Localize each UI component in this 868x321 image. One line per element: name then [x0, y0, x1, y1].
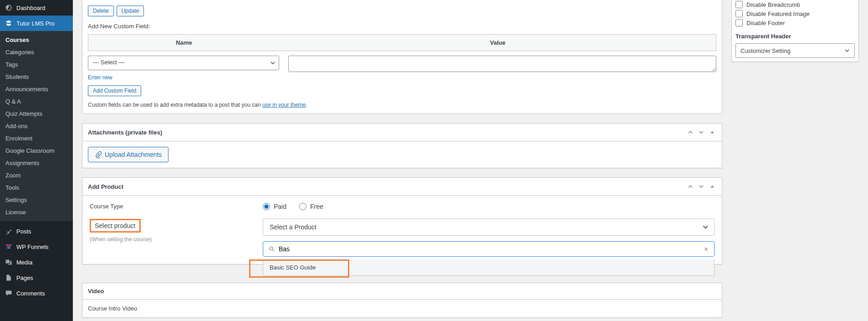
sidebar-sub-addons[interactable]: Add-ons: [0, 120, 73, 132]
attachments-title: Attachments (private files): [88, 129, 162, 136]
free-radio[interactable]: Free: [299, 203, 323, 210]
collapse-icon[interactable]: [708, 182, 716, 191]
disable-footer-checkbox[interactable]: Disable Footer: [735, 18, 855, 27]
sidebar-sub-settings[interactable]: Settings: [0, 194, 73, 206]
search-icon: [269, 246, 275, 252]
pages-icon: [5, 274, 13, 282]
sidebar-sub-quiz-attempts[interactable]: Quiz Attempts: [0, 108, 73, 120]
sidebar-label: Media: [16, 259, 32, 266]
paid-radio[interactable]: Paid: [263, 203, 286, 210]
sidebar-sub-tags[interactable]: Tags: [0, 58, 73, 71]
sidebar-sub-announcements[interactable]: Announcements: [0, 83, 73, 95]
svg-rect-2: [7, 248, 10, 249]
admin-sidebar: Dashboard Tutor LMS Pro Courses Categori…: [0, 0, 73, 321]
move-up-icon[interactable]: [686, 128, 694, 136]
dashboard-icon: [5, 4, 13, 12]
cf-value-header: Value: [280, 35, 716, 51]
sidebar-item-comments[interactable]: Comments: [0, 285, 73, 301]
sidebar-label: WP Funnels: [16, 243, 49, 250]
pin-icon: [5, 227, 13, 235]
product-search-box[interactable]: ✕: [263, 241, 715, 257]
svg-rect-1: [6, 246, 11, 247]
transparent-header-select[interactable]: Customizer Setting: [735, 43, 855, 58]
sidebar-item-posts[interactable]: Posts: [0, 223, 73, 239]
course-type-label: Course Type: [90, 203, 254, 210]
attachments-metabox: Attachments (private files) Upload Attac…: [82, 123, 722, 168]
move-down-icon[interactable]: [697, 182, 705, 191]
svg-rect-0: [6, 244, 12, 245]
cf-name-header: Name: [88, 35, 280, 51]
custom-fields-metabox: Delete Update Add New Custom Field: Name…: [82, 0, 722, 114]
sidebar-label: Dashboard: [16, 5, 46, 11]
sidebar-label: Pages: [16, 274, 33, 281]
sidebar-label: Posts: [16, 228, 31, 235]
video-metabox: Video Course Intro Video: [82, 283, 722, 318]
select-product-hint: (When selling the course): [90, 236, 254, 243]
add-new-custom-field-label: Add New Custom Field:: [88, 23, 716, 30]
enter-new-link[interactable]: Enter new: [88, 74, 112, 81]
collapse-icon[interactable]: [708, 128, 716, 136]
sidebar-sub-tools[interactable]: Tools: [0, 181, 73, 194]
sidebar-sub-zoom[interactable]: Zoom: [0, 169, 73, 181]
update-button[interactable]: Update: [117, 5, 144, 16]
select-product-dropdown[interactable]: Select a Product: [263, 218, 715, 236]
sidebar-sub-license[interactable]: License: [0, 206, 73, 218]
sidebar-item-pages[interactable]: Pages: [0, 270, 73, 285]
paid-radio-input[interactable]: [263, 203, 270, 210]
tutor-icon: [5, 19, 13, 27]
sidebar-sub-enrolment[interactable]: Enrolment: [0, 132, 73, 145]
search-result-item[interactable]: Basic SEO Guide: [263, 259, 714, 275]
use-in-theme-link[interactable]: use in your theme: [262, 102, 306, 108]
sidebar-label: Tutor LMS Pro: [16, 20, 55, 27]
sidebar-sub-courses[interactable]: Courses: [0, 34, 73, 46]
sidebar-sub-google-classroom[interactable]: Google Classroom: [0, 145, 73, 157]
clear-search-icon[interactable]: ✕: [704, 246, 709, 253]
sidebar-label: Comments: [16, 290, 45, 297]
sidebar-item-tutor-lms[interactable]: Tutor LMS Pro: [0, 16, 73, 31]
product-search-input[interactable]: [279, 245, 704, 253]
disable-breadcrumb-checkbox[interactable]: Disable Breadcrumb: [735, 0, 855, 9]
add-product-metabox: Add Product Course Type Select product (…: [82, 177, 722, 264]
cf-name-select-value: — Select —: [88, 56, 279, 70]
page-settings-metabox: Disable Breadcrumb Disable Featured Imag…: [731, 0, 859, 62]
media-icon: [5, 258, 13, 266]
select-product-label-highlight: Select product: [90, 219, 141, 233]
delete-button[interactable]: Delete: [88, 5, 114, 16]
free-radio-input[interactable]: [299, 203, 306, 210]
chevron-down-icon: [702, 224, 709, 230]
add-product-title: Add Product: [88, 183, 123, 190]
move-up-icon[interactable]: [686, 182, 694, 191]
chevron-down-icon: [844, 48, 850, 53]
sidebar-item-media[interactable]: Media: [0, 254, 73, 270]
sidebar-sub-students[interactable]: Students: [0, 71, 73, 83]
paperclip-icon: [95, 151, 102, 158]
funnel-icon: [5, 243, 13, 251]
search-results-dropdown: Basic SEO Guide: [263, 259, 715, 276]
sidebar-sub-assignments[interactable]: Assignments: [0, 157, 73, 169]
sidebar-sub-qa[interactable]: Q & A: [0, 95, 73, 108]
disable-featured-image-checkbox[interactable]: Disable Featured Image: [735, 9, 855, 18]
sidebar-submenu: Courses Categories Tags Students Announc…: [0, 31, 73, 221]
video-title: Video: [88, 288, 104, 295]
move-down-icon[interactable]: [697, 128, 705, 136]
cf-name-select[interactable]: — Select —: [88, 56, 279, 70]
transparent-header-label: Transparent Header: [735, 33, 855, 40]
custom-fields-help-text: Custom fields can be used to add extra m…: [88, 102, 716, 108]
sidebar-item-dashboard[interactable]: Dashboard: [0, 0, 73, 16]
course-intro-video-label: Course Intro Video: [88, 305, 716, 312]
upload-attachments-button[interactable]: Upload Attachments: [88, 147, 168, 162]
sidebar-item-wp-funnels[interactable]: WP Funnels: [0, 239, 73, 254]
custom-field-table-header: Name Value: [88, 34, 716, 51]
add-custom-field-button[interactable]: Add Custom Field: [88, 85, 141, 96]
course-type-radios: Paid Free: [263, 203, 715, 210]
cf-value-textarea[interactable]: [288, 56, 716, 72]
comments-icon: [5, 289, 13, 297]
svg-point-4: [270, 247, 273, 250]
sidebar-sub-categories[interactable]: Categories: [0, 46, 73, 58]
svg-point-3: [6, 260, 7, 261]
